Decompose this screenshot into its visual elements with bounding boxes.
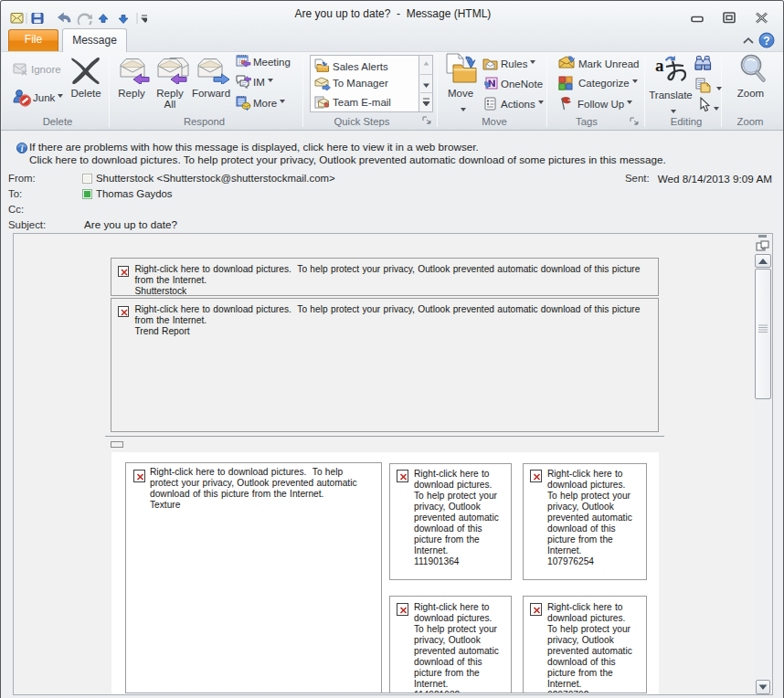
svg-text:?: ? — [763, 35, 769, 48]
svg-text:i: i — [21, 144, 24, 153]
